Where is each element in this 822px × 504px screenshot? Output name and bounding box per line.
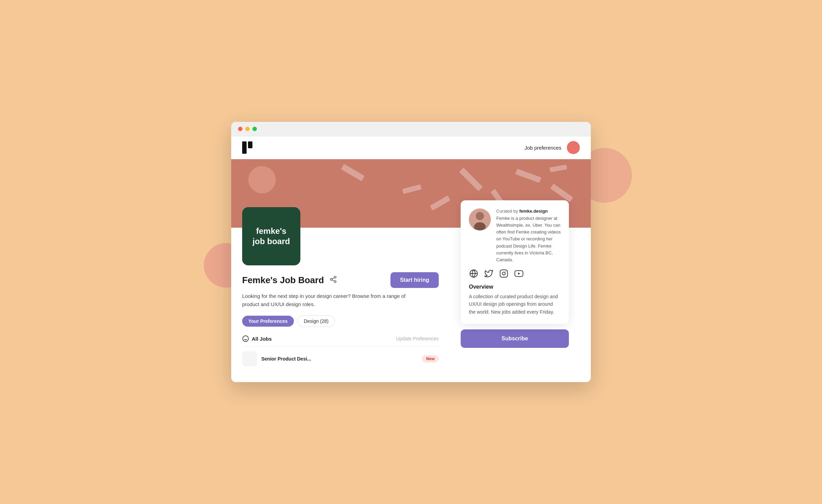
globe-icon[interactable]: [469, 269, 478, 278]
traffic-light-green[interactable]: [252, 127, 257, 131]
share-icon[interactable]: [329, 276, 337, 285]
job-title: Senior Product Desi...: [261, 356, 418, 362]
navbar: Job preferences: [231, 136, 591, 159]
logo[interactable]: [242, 141, 253, 154]
svg-marker-18: [518, 273, 520, 275]
board-description: Looking for the next step in your design…: [242, 292, 420, 308]
subscribe-wrapper: Subscribe: [461, 324, 580, 359]
svg-point-13: [474, 222, 485, 230]
banner-rect-4: [430, 196, 450, 211]
overview-title: Overview: [469, 284, 561, 290]
svg-point-7: [243, 336, 249, 342]
job-info: Senior Product Desi...: [261, 356, 418, 362]
title-row: Femke's Job Board Start hiring: [242, 272, 439, 288]
curator-avatar: [469, 209, 491, 230]
curator-bio: Femke is a product designer at Wealthsim…: [496, 215, 561, 263]
tabs-row: Your Preferences Design (28): [242, 315, 439, 327]
svg-rect-16: [500, 270, 508, 277]
board-title: Femke's Job Board: [242, 275, 324, 286]
navbar-right: Job preferences: [524, 141, 580, 154]
job-preferences-label: Job preferences: [524, 145, 561, 151]
banner-rect-5: [515, 169, 541, 183]
right-panel: Curated by femke.design Femke is a produ…: [461, 228, 591, 382]
svg-rect-0: [242, 141, 247, 154]
banner-rect-2: [402, 184, 422, 194]
smile-icon: [242, 335, 249, 342]
update-preferences-link[interactable]: Update Preferences: [396, 336, 439, 341]
overview-section: Overview A collection of curated product…: [469, 284, 561, 316]
start-hiring-button[interactable]: Start hiring: [390, 272, 439, 288]
curator-info: Curated by femke.design Femke is a produ…: [496, 209, 561, 263]
banner-rect-1: [341, 164, 365, 181]
banner-rect-3: [459, 167, 483, 191]
svg-point-11: [476, 212, 484, 220]
left-panel: femke's job board Femke's Job Board Star…: [231, 228, 450, 382]
instagram-icon[interactable]: [499, 269, 509, 278]
svg-line-5: [332, 280, 334, 281]
board-logo-card: femke's job board: [242, 207, 300, 265]
curator-avatar-image: [469, 209, 491, 230]
browser-window: Job preferences femke's job boa: [231, 122, 591, 382]
traffic-light-yellow[interactable]: [245, 127, 250, 131]
title-bar: [231, 122, 591, 136]
banner-deco-circle: [248, 166, 276, 193]
curator-card: Curated by femke.design Femke is a produ…: [461, 200, 569, 324]
youtube-icon[interactable]: [514, 269, 524, 278]
curated-by: Curated by femke.design: [496, 209, 561, 214]
main-content: femke's job board Femke's Job Board Star…: [231, 228, 591, 382]
banner-rect-8: [550, 184, 573, 202]
banner-rect-7: [549, 165, 567, 172]
job-row-partial: Senior Product Desi... New: [242, 346, 439, 371]
overview-text: A collection of curated product design a…: [469, 293, 561, 316]
subscribe-button[interactable]: Subscribe: [461, 329, 569, 348]
board-logo-text: femke's job board: [249, 226, 294, 247]
curated-by-prefix: Curated by: [496, 209, 519, 214]
user-avatar[interactable]: [567, 141, 580, 154]
curated-by-name: femke.design: [519, 209, 548, 214]
tab-your-preferences[interactable]: Your Preferences: [242, 316, 294, 327]
job-new-badge: New: [422, 355, 439, 363]
right-panel-inner: Curated by femke.design Femke is a produ…: [461, 200, 591, 359]
social-icons: [469, 269, 561, 278]
curator-header: Curated by femke.design Femke is a produ…: [469, 209, 561, 263]
page-wrapper: Job preferences femke's job boa: [231, 122, 591, 382]
traffic-light-red[interactable]: [238, 127, 242, 131]
all-jobs-label: All Jobs: [242, 335, 272, 342]
job-company-avatar: [242, 351, 257, 366]
logo-icon: [242, 141, 253, 154]
all-jobs-text: All Jobs: [252, 336, 272, 342]
jobs-header: All Jobs Update Preferences: [242, 335, 439, 342]
tab-design[interactable]: Design (28): [297, 315, 335, 327]
svg-rect-1: [248, 141, 252, 148]
twitter-icon[interactable]: [484, 269, 494, 278]
svg-line-6: [332, 278, 334, 279]
